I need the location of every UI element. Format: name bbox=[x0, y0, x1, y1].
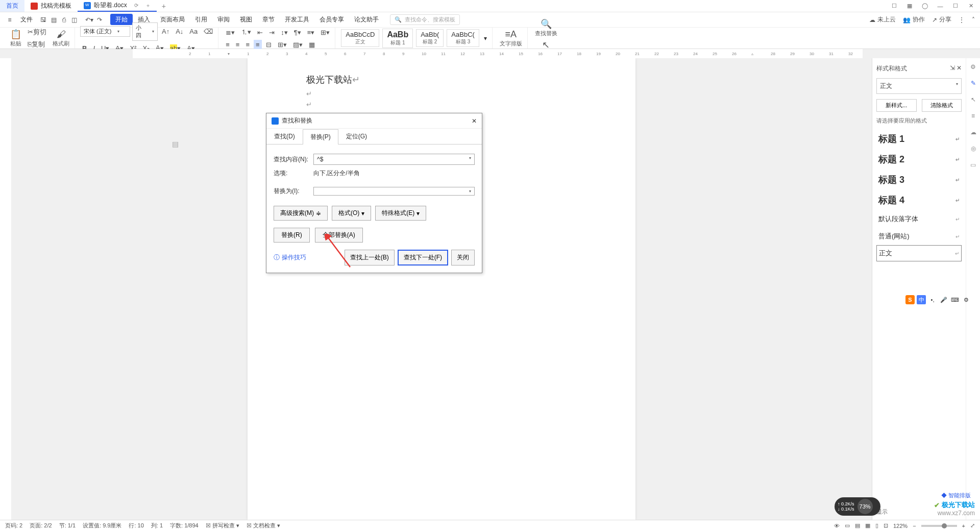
network-monitor[interactable]: ↑ 0.2K/s ↓ 0.1K/s 73% bbox=[835, 497, 880, 516]
status-column[interactable]: 列: 1 bbox=[151, 522, 163, 529]
replace-button[interactable]: 替换(R) bbox=[274, 228, 310, 243]
ime-settings-icon[interactable]: ⚙ bbox=[962, 295, 971, 304]
current-style-dropdown[interactable]: 正文▾ bbox=[876, 78, 962, 94]
sort-icon[interactable]: ↕▾ bbox=[279, 28, 290, 37]
text-layout-button[interactable]: ≡A文字排版 bbox=[498, 28, 524, 49]
paste-button[interactable]: 📋粘贴 bbox=[8, 28, 23, 49]
command-search[interactable]: 🔍 查找命令、搜索模板 bbox=[390, 14, 460, 25]
ime-punct-icon[interactable]: •, bbox=[928, 295, 937, 304]
nav-strip-icon[interactable]: ≡ bbox=[971, 112, 975, 119]
status-pages[interactable]: 页面: 2/2 bbox=[30, 522, 52, 529]
sync-icon[interactable]: ⟳ bbox=[134, 3, 138, 8]
smart-layout-link[interactable]: ◆ 智能排版 bbox=[941, 492, 971, 499]
align-justify-icon[interactable]: ≡ bbox=[254, 40, 262, 50]
cloud-strip-icon[interactable]: ☁ bbox=[970, 129, 976, 136]
tab-home[interactable]: 首页 bbox=[0, 0, 24, 12]
tab-add-button[interactable]: + bbox=[157, 2, 171, 10]
tips-link[interactable]: ⓘ 操作技巧 bbox=[274, 253, 306, 262]
eye-icon[interactable]: 👁 bbox=[834, 523, 840, 529]
distribute-icon[interactable]: ⊟ bbox=[264, 40, 274, 50]
style-item[interactable]: 标题 2↵ bbox=[876, 149, 962, 170]
menu-6[interactable]: 章节 bbox=[257, 14, 280, 25]
ime-lang-icon[interactable]: 中 bbox=[917, 295, 926, 304]
zoom-value[interactable]: 122% bbox=[893, 523, 908, 529]
sogou-icon[interactable]: S bbox=[905, 295, 915, 304]
style-标题 2[interactable]: AaBb(标题 2 bbox=[416, 29, 444, 47]
style-item[interactable]: 标题 4↵ bbox=[876, 190, 962, 210]
status-words[interactable]: 字数: 1/894 bbox=[170, 522, 199, 529]
toggle-marks-icon[interactable]: ¶▾ bbox=[292, 28, 303, 37]
pin-icon[interactable]: ⇲ bbox=[950, 64, 955, 71]
preview-icon[interactable]: ◫ bbox=[69, 15, 79, 25]
grow-font-icon[interactable]: A↑ bbox=[160, 27, 172, 36]
status-section[interactable]: 节: 1/1 bbox=[59, 522, 76, 529]
line-spacing-icon[interactable]: ≡▾ bbox=[305, 28, 317, 37]
advanced-search-button[interactable]: 高级搜索(M) ≑ bbox=[274, 206, 328, 221]
view-mode4-icon[interactable]: ▯ bbox=[875, 522, 878, 529]
font-size-dropdown[interactable]: 小四▾ bbox=[132, 22, 158, 41]
font-name-dropdown[interactable]: 宋体 (正文)▾ bbox=[80, 26, 130, 37]
find-prev-button[interactable]: 查找上一处(B) bbox=[345, 250, 395, 266]
clear-format-button[interactable]: 清除格式 bbox=[922, 99, 962, 112]
zoom-slider[interactable] bbox=[921, 525, 957, 527]
find-input[interactable]: ^$▾ bbox=[313, 154, 475, 165]
view-mode1-icon[interactable]: ▭ bbox=[845, 522, 850, 529]
special-format-button[interactable]: 特殊格式(E) ▾ bbox=[375, 206, 426, 221]
panel-close-icon[interactable]: ✕ bbox=[957, 64, 962, 71]
toolbox-icon[interactable]: ⚙ bbox=[970, 63, 976, 70]
style-标题 1[interactable]: AaBb标题 1 bbox=[382, 29, 413, 48]
save-icon[interactable]: 🖫 bbox=[39, 15, 48, 25]
dialog-tab-1[interactable]: 替换(P) bbox=[303, 129, 338, 144]
app-grid-icon[interactable]: ▦ bbox=[902, 1, 917, 11]
outdent-icon[interactable]: ⇤ bbox=[255, 28, 265, 37]
dialog-close-icon[interactable]: ✕ bbox=[472, 117, 477, 125]
view-mode2-icon[interactable]: ▤ bbox=[855, 522, 860, 529]
expand-icon[interactable]: ⤢ bbox=[970, 522, 975, 529]
shrink-font-icon[interactable]: A↓ bbox=[174, 27, 185, 36]
new-style-button[interactable]: 新样式... bbox=[876, 99, 917, 112]
ime-keyboard-icon[interactable]: ⌨ bbox=[950, 295, 960, 304]
tab-templates[interactable]: 找稿壳模板 bbox=[24, 0, 78, 12]
style-item[interactable]: 标题 1↵ bbox=[876, 129, 962, 149]
menu-file[interactable]: 文件 bbox=[15, 13, 38, 26]
bullets-icon[interactable]: ≣▾ bbox=[224, 28, 237, 37]
tab-document[interactable]: 盼望着.docx ⟳ ＋ bbox=[78, 0, 157, 12]
shading-icon[interactable]: ▨▾ bbox=[291, 40, 305, 50]
replace-input[interactable]: ▾ bbox=[313, 187, 475, 196]
format-painter-button[interactable]: 🖌格式刷 bbox=[51, 28, 71, 49]
format-button[interactable]: 格式(O) ▾ bbox=[332, 206, 371, 221]
style-正文[interactable]: AaBbCcD正文 bbox=[341, 29, 379, 47]
select-strip-icon[interactable]: ↖ bbox=[971, 96, 976, 103]
style-gallery[interactable]: AaBbCcD正文AaBb标题 1AaBb(标题 2AaBbC(标题 3▾ bbox=[340, 29, 489, 48]
minimize-icon[interactable]: — bbox=[933, 1, 947, 11]
find-replace-button[interactable]: 🔍查找替换 bbox=[533, 17, 559, 38]
doc-check[interactable]: ☒ 文档检查 ▾ bbox=[247, 522, 280, 529]
indent-icon[interactable]: ⇥ bbox=[267, 28, 277, 37]
style-item[interactable]: 正文↵ bbox=[876, 245, 962, 261]
maximize-icon[interactable]: ☐ bbox=[948, 1, 963, 11]
menu-9[interactable]: 论文助手 bbox=[349, 14, 384, 25]
view-mode3-icon[interactable]: ▦ bbox=[865, 522, 870, 529]
table-icon[interactable]: ▦ bbox=[307, 40, 317, 50]
cut-button[interactable]: ✂ 剪切 bbox=[26, 27, 48, 38]
find-next-button[interactable]: 查找下一处(F) bbox=[398, 250, 448, 266]
styles-strip-icon[interactable]: ✎ bbox=[971, 80, 976, 87]
dialog-tab-2[interactable]: 定位(G) bbox=[338, 129, 375, 144]
tab-close-icon[interactable]: ＋ bbox=[145, 2, 151, 9]
hamburger-icon[interactable]: ≡ bbox=[5, 15, 14, 25]
coop-button[interactable]: 👥 协作 bbox=[903, 15, 925, 24]
close-icon[interactable]: ✕ bbox=[964, 1, 978, 11]
borders-icon[interactable]: ⊞▾ bbox=[318, 28, 332, 37]
chevron-up-icon[interactable]: ˄ bbox=[972, 16, 975, 23]
more-icon[interactable]: ⋮ bbox=[959, 16, 965, 23]
change-case-icon[interactable]: Aa bbox=[187, 27, 200, 36]
cloud-status[interactable]: ☁ 未上云 bbox=[869, 15, 896, 24]
document-heading[interactable]: 极光下载站↵ bbox=[306, 74, 577, 86]
horizontal-ruler[interactable]: 21▾1234567891011121314151617181920212223… bbox=[133, 49, 863, 58]
menu-5[interactable]: 视图 bbox=[235, 14, 257, 25]
style-item[interactable]: 默认段落字体↵ bbox=[876, 210, 962, 228]
print-icon[interactable]: ⎙ bbox=[59, 15, 68, 25]
window-layout-icon[interactable]: ☐ bbox=[887, 1, 901, 11]
fit-icon[interactable]: ⊡ bbox=[884, 522, 888, 529]
replace-all-button[interactable]: 全部替换(A) bbox=[315, 228, 363, 243]
